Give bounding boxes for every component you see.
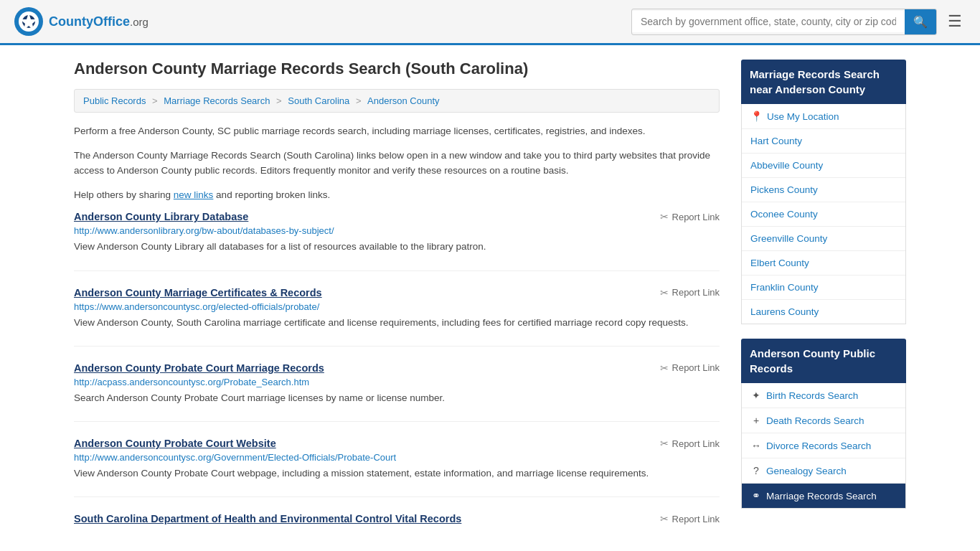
sidebar-nearby-item[interactable]: Abbeville County: [742, 154, 905, 178]
record-item: Anderson County Probate Court Website ✂ …: [74, 438, 720, 497]
pub-record-link[interactable]: Birth Records Search: [766, 390, 858, 401]
report-link-icon: ✂: [660, 287, 669, 298]
new-links-link[interactable]: new links: [174, 189, 214, 200]
description-1: Perform a free Anderson County, SC publi…: [74, 123, 720, 139]
pub-record-icon: ↔: [750, 440, 762, 451]
breadcrumb-south-carolina[interactable]: South Carolina: [288, 95, 349, 106]
record-header: Anderson County Library Database ✂ Repor…: [74, 211, 720, 222]
report-link-icon: ✂: [660, 362, 669, 374]
logo-text: CountyOffice.org: [49, 14, 149, 29]
pub-record-link[interactable]: Marriage Records Search: [766, 491, 877, 501]
public-records-header: Anderson County Public Records: [741, 339, 906, 383]
search-bar: 🔍: [631, 9, 937, 35]
site-header: CountyOffice.org 🔍 ☰: [0, 0, 980, 45]
record-desc: View Anderson County Library all databas…: [74, 240, 720, 254]
nearby-county-link[interactable]: Abbeville County: [750, 160, 823, 171]
breadcrumb-public-records[interactable]: Public Records: [83, 95, 146, 106]
sidebar-public-records-item[interactable]: ↔Divorce Records Search: [742, 433, 905, 458]
nearby-county-link[interactable]: Oconee County: [750, 209, 818, 220]
breadcrumb-anderson-county[interactable]: Anderson County: [367, 95, 439, 106]
sidebar-public-records-item[interactable]: ⚭Marriage Records Search: [742, 484, 905, 508]
page-title: Anderson County Marriage Records Search …: [74, 60, 720, 78]
hamburger-menu-icon[interactable]: ☰: [944, 9, 966, 34]
sidebar-public-records-item[interactable]: +Death Records Search: [742, 408, 905, 433]
record-header: Anderson County Marriage Certificates & …: [74, 287, 720, 298]
logo-area: CountyOffice.org: [14, 7, 149, 36]
pub-record-icon: ✦: [750, 390, 762, 401]
breadcrumb-sep-2: >: [276, 95, 284, 106]
record-item: Anderson County Marriage Certificates & …: [74, 287, 720, 347]
report-link-label: Report Link: [672, 287, 720, 298]
report-link[interactable]: ✂ Report Link: [660, 513, 720, 524]
pub-record-link[interactable]: Divorce Records Search: [766, 441, 871, 451]
sidebar-nearby-item[interactable]: Laurens County: [742, 300, 905, 324]
report-link-label: Report Link: [672, 438, 720, 449]
report-link[interactable]: ✂ Report Link: [660, 438, 720, 449]
nearby-county-link[interactable]: Pickens County: [750, 184, 818, 195]
record-title[interactable]: Anderson County Marriage Certificates & …: [74, 287, 322, 298]
record-desc: Search Anderson County Probate Court mar…: [74, 391, 720, 405]
content-area: Anderson County Marriage Records Search …: [74, 60, 720, 551]
sidebar-public-records-item[interactable]: ✦Birth Records Search: [742, 383, 905, 408]
sidebar: Marriage Records Search near Anderson Co…: [741, 60, 906, 551]
record-url[interactable]: https://www.andersoncountysc.org/elected…: [74, 301, 720, 312]
pub-record-link[interactable]: Death Records Search: [766, 415, 864, 426]
sidebar-nearby-item[interactable]: Elbert County: [742, 251, 905, 276]
report-link-icon: ✂: [660, 438, 669, 449]
sidebar-nearby-location[interactable]: 📍Use My Location: [742, 104, 905, 129]
nearby-county-link[interactable]: Franklin County: [750, 282, 819, 293]
pub-record-link[interactable]: Genealogy Search: [766, 466, 847, 476]
search-button[interactable]: 🔍: [905, 9, 936, 34]
logo-icon: [14, 7, 43, 36]
search-input[interactable]: [632, 11, 905, 32]
record-title[interactable]: Anderson County Library Database: [74, 211, 248, 222]
nearby-header: Marriage Records Search near Anderson Co…: [741, 60, 906, 104]
records-container: Anderson County Library Database ✂ Repor…: [74, 211, 720, 543]
nearby-section: Marriage Records Search near Anderson Co…: [741, 60, 906, 324]
sidebar-nearby-item[interactable]: Greenville County: [742, 227, 905, 251]
nearby-location-link[interactable]: Use My Location: [767, 111, 839, 122]
sidebar-nearby-item[interactable]: Pickens County: [742, 178, 905, 202]
breadcrumb-sep-3: >: [356, 95, 364, 106]
report-link-label: Report Link: [672, 362, 720, 373]
sidebar-nearby-item[interactable]: Oconee County: [742, 202, 905, 227]
record-header: South Carolina Department of Health and …: [74, 513, 720, 524]
sidebar-nearby-item[interactable]: Hart County: [742, 129, 905, 154]
public-records-list: ✦Birth Records Search+Death Records Sear…: [741, 383, 906, 509]
record-header: Anderson County Probate Court Website ✂ …: [74, 438, 720, 449]
main-container: Anderson County Marriage Records Search …: [60, 45, 920, 551]
report-link[interactable]: ✂ Report Link: [660, 287, 720, 298]
nearby-list: 📍Use My LocationHart CountyAbbeville Cou…: [741, 104, 906, 324]
record-url[interactable]: http://www.andersoncountysc.org/Governme…: [74, 452, 720, 463]
record-title[interactable]: Anderson County Probate Court Website: [74, 438, 276, 449]
report-link[interactable]: ✂ Report Link: [660, 211, 720, 222]
pub-record-icon: ⚭: [750, 490, 762, 501]
record-desc: View Anderson County, South Carolina mar…: [74, 316, 720, 330]
report-link[interactable]: ✂ Report Link: [660, 362, 720, 374]
breadcrumb: Public Records > Marriage Records Search…: [74, 89, 720, 113]
sidebar-nearby-item[interactable]: Franklin County: [742, 276, 905, 300]
record-title[interactable]: Anderson County Probate Court Marriage R…: [74, 362, 324, 374]
nearby-county-link[interactable]: Greenville County: [750, 233, 827, 244]
breadcrumb-marriage-records[interactable]: Marriage Records Search: [164, 95, 270, 106]
record-item: Anderson County Library Database ✂ Repor…: [74, 211, 720, 270]
record-header: Anderson County Probate Court Marriage R…: [74, 362, 720, 374]
report-link-icon: ✂: [660, 211, 669, 222]
location-pin-icon: 📍: [750, 110, 763, 122]
pub-record-icon: +: [750, 415, 762, 426]
nearby-county-link[interactable]: Hart County: [750, 136, 802, 146]
nearby-county-link[interactable]: Elbert County: [750, 258, 809, 268]
report-link-icon: ✂: [660, 513, 669, 524]
description-2: The Anderson County Marriage Records Sea…: [74, 148, 720, 179]
public-records-section: Anderson County Public Records ✦Birth Re…: [741, 339, 906, 509]
pub-record-icon: ?: [750, 465, 762, 476]
description-3: Help others by sharing new links and rep…: [74, 187, 720, 203]
record-title[interactable]: South Carolina Department of Health and …: [74, 513, 461, 524]
record-url[interactable]: http://www.andersonlibrary.org/bw-about/…: [74, 225, 720, 236]
record-url[interactable]: http://acpass.andersoncountysc.org/Proba…: [74, 377, 720, 387]
record-desc: View Anderson County Probate Court webpa…: [74, 466, 720, 481]
sidebar-public-records-item[interactable]: ?Genealogy Search: [742, 458, 905, 484]
header-right: 🔍 ☰: [631, 9, 966, 35]
nearby-county-link[interactable]: Laurens County: [750, 306, 819, 317]
record-item: Anderson County Probate Court Marriage R…: [74, 362, 720, 422]
